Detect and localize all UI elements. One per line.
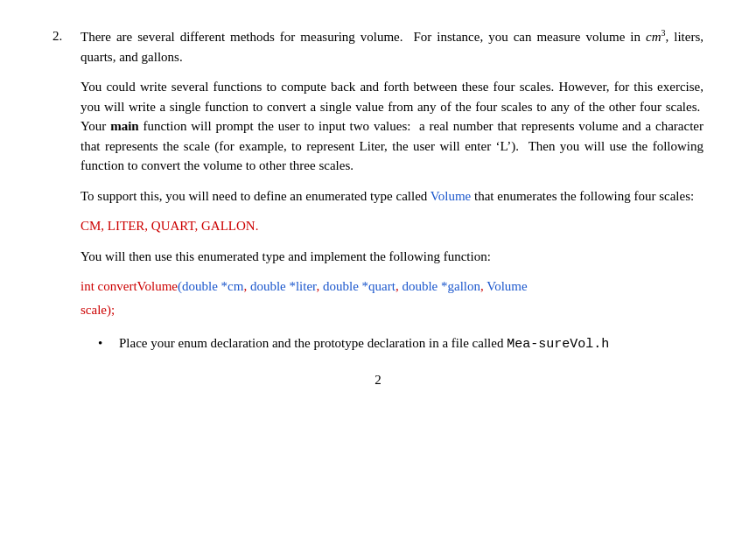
code-line-1: int convertVolume(double *cm, double *li… xyxy=(80,276,704,297)
page: 2. There are several different methods f… xyxy=(0,0,756,546)
item-number: 2. xyxy=(52,26,74,66)
code-block: int convertVolume(double *cm, double *li… xyxy=(80,276,704,319)
enum-values: CM, LITER, QUART, GALLON. xyxy=(80,216,704,236)
bullet-symbol: • xyxy=(98,333,112,355)
numbered-item-2: 2. There are several different methods f… xyxy=(52,26,704,66)
paragraph-support: To support this, you will need to define… xyxy=(80,186,704,206)
bullet-item-1: • Place your enum declaration and the pr… xyxy=(98,333,704,355)
page-number: 2 xyxy=(52,373,704,388)
code-line-2: scale); xyxy=(80,300,704,320)
bullet-text-1: Place your enum declaration and the prot… xyxy=(119,333,704,355)
volume-type-name: Volume xyxy=(430,189,471,203)
paragraph-functions: You could write several functions to com… xyxy=(80,77,704,176)
paragraph-implement: You will then use this enumerated type a… xyxy=(80,247,704,267)
bold-main: main xyxy=(110,119,139,133)
item-first-paragraph: There are several different methods for … xyxy=(80,26,704,66)
filename: Mea-sureVol.h xyxy=(507,337,609,352)
bullet-list: • Place your enum declaration and the pr… xyxy=(98,333,704,355)
